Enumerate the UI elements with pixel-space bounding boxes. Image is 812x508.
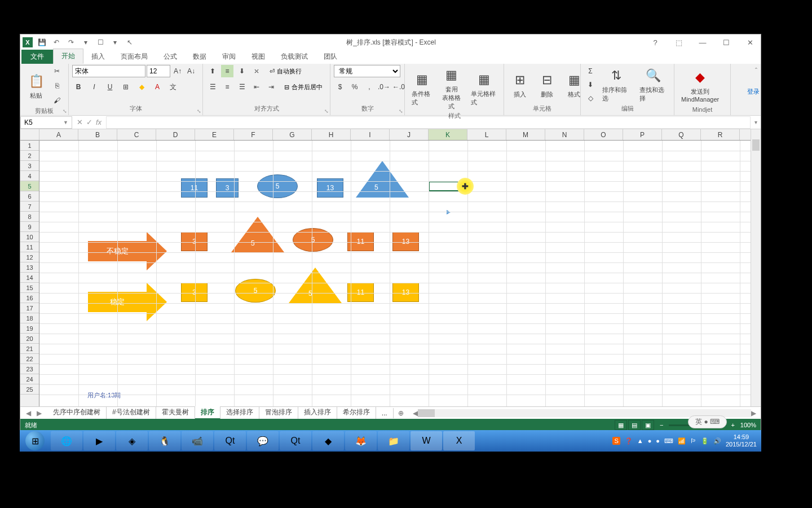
login-link[interactable]: 登录 <box>747 87 760 96</box>
fill-color-icon[interactable]: ◆ <box>135 81 148 93</box>
font-name-combo[interactable] <box>72 65 145 77</box>
copy-icon[interactable]: ⎘ <box>51 80 63 92</box>
touch-icon[interactable]: ☐ <box>95 37 106 48</box>
undo-icon[interactable]: ↶ <box>51 37 62 48</box>
ribbon-options-icon[interactable]: ⬚ <box>670 37 687 48</box>
row-header[interactable]: 19 <box>20 323 39 334</box>
cut-icon[interactable]: ✂ <box>51 65 63 77</box>
tab-loadtest[interactable]: 负载测试 <box>273 50 316 64</box>
row-header[interactable]: 22 <box>20 354 39 364</box>
sheet-tab[interactable]: 插入排序 <box>298 406 337 419</box>
task-qt2[interactable]: Qt <box>280 431 311 450</box>
sheet-next-icon[interactable]: ▶ <box>37 409 42 417</box>
shape-rect[interactable]: 11 <box>347 232 374 251</box>
paste-button[interactable]: 📋 粘贴 <box>24 71 48 101</box>
redo-icon[interactable]: ↷ <box>65 37 77 48</box>
tray-keyboard-icon[interactable]: ⌨ <box>664 437 673 445</box>
add-sheet-icon[interactable]: ⊕ <box>394 409 408 417</box>
sheet-tab[interactable]: 选择排序 <box>220 406 259 419</box>
col-header[interactable]: A <box>39 129 78 140</box>
tray-help-icon[interactable]: ❓ <box>625 437 633 445</box>
shape-rect[interactable]: 13 <box>392 232 419 251</box>
col-header[interactable]: L <box>467 129 506 140</box>
ime-badge[interactable]: 英 ● ⌨ <box>688 415 727 428</box>
shape-ellipse[interactable]: 5 <box>257 174 298 198</box>
sheet-tab[interactable]: 先序中序创建树 <box>47 406 107 419</box>
arrow-stable[interactable]: 稳定 <box>88 283 167 321</box>
save-icon[interactable]: 💾 <box>36 37 47 48</box>
row-header[interactable]: 7 <box>20 202 39 212</box>
task-vs[interactable]: ◈ <box>116 431 148 450</box>
tray-up-icon[interactable]: ▲ <box>637 437 643 444</box>
shape-rect[interactable]: 3 <box>181 232 208 251</box>
col-header[interactable]: Q <box>662 129 701 140</box>
cells-canvas[interactable]: 11 3 5 13 5 不稳定 3 5 5 11 13 稳定 <box>39 141 751 406</box>
row-header[interactable]: 21 <box>20 344 39 354</box>
row-header[interactable]: 14 <box>20 273 39 283</box>
col-header[interactable]: F <box>234 129 273 140</box>
decrease-decimal-icon[interactable]: ←.0 <box>392 81 405 93</box>
currency-icon[interactable]: $ <box>334 81 346 93</box>
tab-home[interactable]: 开始 <box>53 49 83 64</box>
decrease-indent-icon[interactable]: ⇤ <box>250 81 263 93</box>
sheet-tab[interactable]: #号法创建树 <box>107 406 156 419</box>
insert-cells-button[interactable]: ⊞插入 <box>508 70 532 100</box>
cell-styles-button[interactable]: ▦单元格样式 <box>467 69 500 108</box>
comma-icon[interactable]: , <box>363 81 376 93</box>
cursor-icon[interactable]: ↖ <box>124 37 135 48</box>
bold-icon[interactable]: B <box>72 81 85 93</box>
align-top-icon[interactable]: ⬆ <box>206 65 219 77</box>
align-bottom-icon[interactable]: ⬇ <box>236 65 248 77</box>
align-right-icon[interactable]: ☰ <box>236 81 248 93</box>
clear-icon[interactable]: ◇ <box>584 92 597 104</box>
tab-formulas[interactable]: 公式 <box>156 50 185 64</box>
sheet-tab[interactable]: 冒泡排序 <box>259 406 298 419</box>
task-firefox[interactable]: 🦊 <box>345 431 377 450</box>
qat-dropdown-icon[interactable]: ▾ <box>109 37 121 48</box>
tray-volume-icon[interactable]: 🔊 <box>713 437 721 445</box>
task-qq[interactable]: 🐧 <box>149 431 180 450</box>
expand-formula-icon[interactable]: ▾ <box>751 119 761 125</box>
increase-font-icon[interactable]: A↑ <box>171 65 184 77</box>
task-explorer[interactable]: 📁 <box>378 431 409 450</box>
table-format-button[interactable]: ▦套用 表格格式 <box>438 65 466 112</box>
row-header[interactable]: 5 <box>20 181 39 191</box>
row-header[interactable]: 1 <box>20 141 39 151</box>
mindmanager-button[interactable]: ◆发送到 MindManager <box>678 67 722 104</box>
sheet-tab[interactable]: 排序 <box>195 406 220 419</box>
tray-app2-icon[interactable]: ● <box>656 437 660 444</box>
row-header[interactable]: 24 <box>20 374 39 384</box>
shape-triangle[interactable] <box>356 161 409 198</box>
sheet-prev-icon[interactable]: ◀ <box>26 409 31 417</box>
align-left-icon[interactable]: ☰ <box>206 81 219 93</box>
task-chrome[interactable]: 🌐 <box>51 431 82 450</box>
format-painter-icon[interactable]: 🖌 <box>51 94 63 107</box>
sheet-more[interactable]: ... <box>376 408 394 418</box>
tray-battery-icon[interactable]: 🔋 <box>701 437 709 445</box>
col-header[interactable]: O <box>584 129 623 140</box>
col-header[interactable]: E <box>195 129 234 140</box>
increase-indent-icon[interactable]: ⇥ <box>265 81 277 93</box>
col-header[interactable]: H <box>312 129 351 140</box>
phonetic-icon[interactable]: 文 <box>167 81 179 93</box>
tray-sogou-icon[interactable]: S <box>612 437 620 445</box>
col-header[interactable]: G <box>273 129 312 140</box>
tab-data[interactable]: 数据 <box>185 50 214 64</box>
col-header[interactable]: P <box>623 129 662 140</box>
row-header[interactable]: 25 <box>20 384 39 395</box>
tab-layout[interactable]: 页面布局 <box>113 50 156 64</box>
minimize-icon[interactable]: — <box>694 37 711 48</box>
percent-icon[interactable]: % <box>348 81 361 93</box>
col-header[interactable]: J <box>390 129 429 140</box>
tray-network-icon[interactable]: 📶 <box>678 437 686 445</box>
task-excel[interactable]: X <box>443 431 475 450</box>
row-header[interactable]: 13 <box>20 262 39 273</box>
row-header[interactable]: 15 <box>20 283 39 293</box>
cancel-formula-icon[interactable]: ✕ <box>77 118 83 126</box>
row-header[interactable]: 17 <box>20 303 39 313</box>
font-launcher-icon[interactable]: ⤡ <box>197 108 201 114</box>
tab-insert[interactable]: 插入 <box>83 50 113 64</box>
row-header[interactable]: 3 <box>20 161 39 171</box>
row-header[interactable]: 18 <box>20 313 39 323</box>
name-box[interactable]: K5▼ <box>20 116 72 129</box>
